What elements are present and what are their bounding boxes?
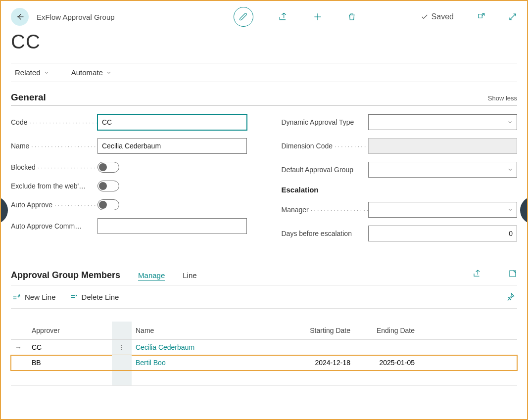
expand-button[interactable]	[508, 12, 517, 21]
name-input[interactable]	[97, 138, 247, 154]
general-heading: General	[11, 92, 46, 103]
label-name: Name	[11, 142, 97, 150]
delete-button[interactable]	[347, 12, 356, 22]
cell-approver[interactable]: CC	[28, 340, 112, 355]
col-end[interactable]: Ending Date	[354, 322, 419, 340]
tab-line[interactable]: Line	[183, 271, 196, 280]
cell-end: 2025-01-05	[354, 355, 419, 371]
arrow-left-icon	[15, 12, 24, 21]
label-def-group: Default Approval Group	[282, 166, 368, 174]
code-input[interactable]	[97, 114, 247, 130]
delete-line-button[interactable]: Delete Line	[70, 293, 119, 301]
action-menubar: Related Automate	[11, 63, 517, 82]
table-row[interactable]: →CC⋮Cecilia Cederbaum	[11, 340, 517, 355]
pin-button[interactable]	[506, 292, 515, 301]
new-button[interactable]	[313, 12, 323, 22]
popout-button[interactable]	[477, 12, 485, 21]
new-line-button[interactable]: New Line	[13, 293, 56, 301]
cell-name[interactable]: Cecilia Cederbaum	[132, 340, 290, 355]
saved-status: Saved	[421, 12, 454, 21]
members-heading: Approval Group Members	[11, 270, 120, 280]
back-button[interactable]	[11, 8, 29, 26]
page-title: CC	[11, 31, 517, 53]
cell-approver[interactable]: BB	[28, 355, 112, 371]
cell-name[interactable]: Bertil Boo	[132, 355, 290, 371]
row-menu-button[interactable]	[112, 355, 132, 371]
check-icon	[421, 13, 429, 21]
share-button[interactable]	[278, 12, 288, 22]
label-days-before: Days before escalation	[282, 230, 368, 237]
auto-approve-toggle[interactable]	[97, 199, 119, 210]
row-menu-button[interactable]: ⋮	[112, 340, 132, 355]
cell-end	[354, 340, 419, 355]
label-auto-approve-comm: Auto Approve Comm…	[11, 222, 97, 230]
members-popout-button[interactable]	[508, 269, 517, 278]
popout-icon	[477, 12, 485, 21]
exclude-toggle[interactable]	[97, 181, 119, 191]
label-manager: Manager	[282, 206, 368, 214]
show-less-link[interactable]: Show less	[488, 94, 517, 102]
members-table: Approver Name Starting Date Ending Date …	[11, 322, 517, 386]
trash-icon	[347, 12, 356, 22]
tab-manage[interactable]: Manage	[138, 271, 165, 281]
chevron-down-icon	[44, 70, 49, 76]
cell-start	[290, 340, 354, 355]
new-line-icon	[13, 293, 21, 301]
pin-icon	[506, 292, 515, 301]
dyn-type-select[interactable]	[368, 114, 518, 130]
col-start[interactable]: Starting Date	[290, 322, 354, 340]
plus-icon	[313, 12, 323, 22]
blocked-toggle[interactable]	[97, 162, 119, 173]
members-share-button[interactable]	[473, 269, 481, 278]
cell-start: 2024-12-18	[290, 355, 354, 371]
label-dyn-type: Dynamic Approval Type	[282, 118, 368, 126]
pencil-icon	[239, 12, 248, 21]
label-dim-code: Dimension Code	[282, 142, 368, 150]
table-row[interactable]: BBBertil Boo2024-12-182025-01-05	[11, 355, 517, 371]
menu-related[interactable]: Related	[11, 68, 49, 77]
def-group-select[interactable]	[368, 162, 518, 178]
col-approver[interactable]: Approver	[28, 322, 112, 340]
table-row-empty[interactable]	[11, 371, 517, 386]
label-auto-approve: Auto Approve	[11, 201, 97, 209]
dim-code-input	[368, 138, 518, 154]
module-title: ExFlow Approval Group	[37, 13, 115, 21]
popout-icon	[508, 269, 517, 278]
col-name[interactable]: Name	[132, 322, 290, 340]
expand-icon	[508, 12, 517, 21]
auto-approve-comm-input[interactable]	[97, 218, 247, 234]
escalation-subheading: Escalation	[282, 186, 319, 194]
delete-line-icon	[70, 293, 78, 301]
share-icon	[473, 269, 481, 278]
days-before-input[interactable]	[368, 226, 518, 241]
manager-select[interactable]	[368, 202, 518, 218]
menu-automate[interactable]: Automate	[67, 68, 112, 77]
label-blocked: Blocked	[11, 163, 97, 171]
label-exclude: Exclude from the web'…	[11, 182, 97, 190]
edit-button[interactable]	[234, 7, 253, 27]
chevron-down-icon	[106, 70, 112, 76]
share-icon	[278, 12, 288, 22]
label-code: Code	[11, 118, 97, 126]
